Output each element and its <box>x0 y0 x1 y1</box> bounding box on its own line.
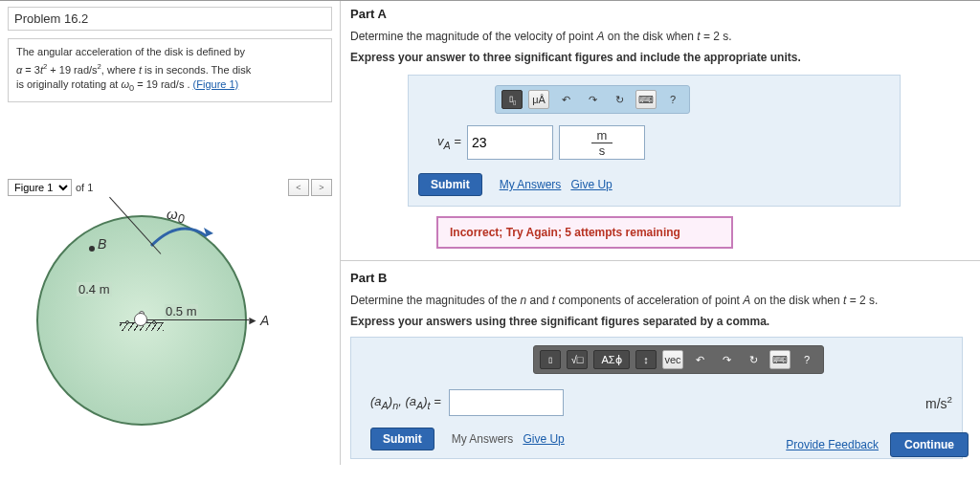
part-b-unit: m/s2 <box>925 394 952 411</box>
help-button-b[interactable]: ? <box>796 350 817 369</box>
part-b-var-label: (aA)n, (aA)t = <box>370 394 441 411</box>
undo-button-b[interactable]: ↶ <box>689 350 710 369</box>
keyboard-button[interactable]: ⌨ <box>635 90 657 109</box>
redo-button[interactable]: ↷ <box>582 90 603 109</box>
part-a-submit-row: Submit My Answers Give Up <box>418 169 890 196</box>
part-a-unit-box[interactable]: m s <box>559 125 645 160</box>
separator <box>341 260 980 261</box>
part-a-give-up-link[interactable]: Give Up <box>570 178 612 191</box>
disk-center <box>134 313 147 326</box>
arrow-a-icon: ► <box>247 314 258 327</box>
templates-button[interactable]: ▯▯ <box>501 90 523 109</box>
figure-link[interactable]: (Figure 1) <box>193 78 239 90</box>
right-panel: Part A Determine the magnitude of the ve… <box>340 1 980 465</box>
omega-label: ω0 <box>167 206 185 226</box>
footer-row: Provide Feedback Continue <box>786 432 969 457</box>
radius-label: 0.4 m <box>77 282 112 296</box>
figure-next-button[interactable]: > <box>311 179 332 196</box>
problem-description: The angular acceleration of the disk is … <box>8 38 332 102</box>
part-b-my-answers-text[interactable]: My Answers <box>452 432 514 446</box>
part-a-answer-row: vA = m s <box>437 123 890 162</box>
templates-button-b[interactable]: ▯ <box>540 350 561 369</box>
undo-button[interactable]: ↶ <box>555 90 576 109</box>
units-button[interactable]: μÂ <box>528 90 549 109</box>
part-b-instruction: Express your answers using three signifi… <box>350 314 970 329</box>
vec-button[interactable]: vec <box>662 350 683 369</box>
reset-button[interactable]: ↻ <box>609 90 630 109</box>
part-b-give-up-link[interactable]: Give Up <box>523 432 564 446</box>
part-b-heading: Part B <box>350 271 970 285</box>
part-a-my-answers-link[interactable]: My Answers <box>500 178 562 191</box>
part-a-value-input[interactable] <box>467 125 553 160</box>
point-b-label: B <box>98 236 106 252</box>
figure-diagram: ω0 B 0.4 m 0.5 m ► A <box>8 206 295 435</box>
part-b-value-input[interactable] <box>449 389 564 416</box>
problem-title: Problem 16.2 <box>8 7 332 31</box>
part-a-input-block: ▯▯ μÂ ↶ ↷ ↻ ⌨ ? vA = m s <box>408 75 901 207</box>
unit-numerator: m <box>591 128 613 143</box>
part-a-instruction: Express your answer to three significant… <box>350 50 970 65</box>
figure-of-label: of 1 <box>74 182 95 193</box>
part-b-toolbar: ▯ √□ ΑΣϕ ↕ vec ↶ ↷ ↻ ⌨ ? <box>533 345 824 374</box>
unit-denominator: s <box>599 143 606 158</box>
part-a-submit-button[interactable]: Submit <box>418 173 482 196</box>
part-a-var-label: vA = <box>437 134 461 151</box>
part-a-question: Determine the magnitude of the velocity … <box>350 29 970 44</box>
greek-button[interactable]: ΑΣϕ <box>593 350 630 369</box>
provide-feedback-link[interactable]: Provide Feedback <box>786 438 879 451</box>
part-b-question: Determine the magnitudes of the n and t … <box>350 293 970 308</box>
reset-button-b[interactable]: ↻ <box>743 350 764 369</box>
part-a-feedback: Incorrect; Try Again; 5 attempts remaini… <box>436 216 733 249</box>
part-a-heading: Part A <box>350 7 970 21</box>
figure-prev-button[interactable]: < <box>288 179 309 196</box>
continue-button[interactable]: Continue <box>890 432 969 457</box>
sqrt-button[interactable]: √□ <box>567 350 588 369</box>
keyboard-button-b[interactable]: ⌨ <box>769 350 791 369</box>
figure-select[interactable]: Figure 1 <box>8 179 72 196</box>
left-panel: Problem 16.2 The angular acceleration of… <box>0 1 340 441</box>
help-button[interactable]: ? <box>662 90 683 109</box>
figure-selector-row: Figure 1 of 1 < > <box>8 179 332 196</box>
redo-button-b[interactable]: ↷ <box>716 350 737 369</box>
updown-button[interactable]: ↕ <box>635 350 657 369</box>
roller-label: 0.5 m <box>165 304 198 318</box>
point-a-label: A <box>260 313 269 328</box>
part-b-submit-button[interactable]: Submit <box>370 428 434 450</box>
part-a-toolbar: ▯▯ μÂ ↶ ↷ ↻ ⌨ ? <box>495 85 690 114</box>
point-b-dot <box>89 246 95 252</box>
